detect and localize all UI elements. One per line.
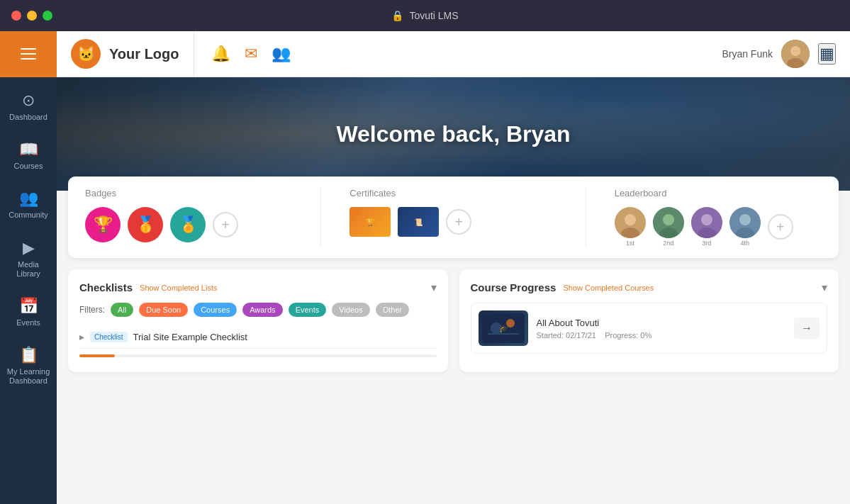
- rank-label: 4th: [740, 240, 749, 247]
- user-name: Bryan Funk: [722, 48, 773, 60]
- svg-point-1: [790, 46, 800, 56]
- add-leaderboard-button[interactable]: +: [768, 214, 793, 240]
- sidebar-item-label: Media Library: [6, 260, 51, 279]
- show-completed-courses-link[interactable]: Show Completed Courses: [563, 284, 654, 292]
- course-thumbnail: 🎓: [479, 310, 528, 346]
- svg-rect-18: [488, 333, 519, 335]
- content-area: ⊙ Dashboard 📖 Courses 👥 Community ▶ Medi…: [0, 77, 850, 504]
- course-item: 🎓 All About Tovuti Started: 02/17/21 Pro…: [471, 303, 828, 354]
- filter-other-button[interactable]: Other: [376, 303, 410, 317]
- course-progress: Progress: 0%: [605, 331, 652, 340]
- checklists-panel: Checklists Show Completed Lists ▾ Filter…: [68, 269, 448, 372]
- hero-banner: Welcome back, Bryan: [57, 77, 850, 191]
- badge-1[interactable]: 🏆: [85, 207, 121, 242]
- sidebar-item-label: Dashboard: [9, 113, 47, 122]
- svg-point-10: [701, 214, 712, 225]
- sidebar-item-label: Community: [9, 211, 48, 220]
- logo-text: Your Logo: [109, 46, 179, 62]
- checklist-item: ▸ Checklist Trial Site Example Checklist: [79, 325, 437, 349]
- hamburger-icon: [21, 48, 36, 60]
- badges-title: Badges: [85, 188, 292, 198]
- window-title: 🔒 Tovuti LMS: [391, 10, 458, 21]
- collapse-progress-icon[interactable]: ▾: [822, 281, 827, 294]
- events-icon: 📅: [19, 298, 38, 314]
- sidebar-item-label: Courses: [14, 162, 43, 171]
- sidebar-item-my-learning[interactable]: 📋 My Learning Dashboard: [0, 339, 57, 394]
- lock-icon: 🔒: [391, 10, 403, 21]
- minimize-button[interactable]: [27, 11, 37, 21]
- svg-point-13: [739, 214, 751, 225]
- leaderboard-2nd: 2nd: [653, 207, 684, 247]
- leaderboard-section: Leaderboard 1st 2nd: [615, 188, 822, 247]
- badges-section: Badges 🏆 🥇 🏅 +: [85, 188, 292, 247]
- add-certificate-button[interactable]: +: [446, 209, 471, 235]
- sidebar-item-dashboard[interactable]: ⊙ Dashboard: [0, 84, 57, 130]
- course-started: Started: 02/17/21: [537, 331, 596, 340]
- sidebar-item-media-library[interactable]: ▶ Media Library: [0, 232, 57, 287]
- user-avatar[interactable]: [781, 40, 810, 68]
- close-button[interactable]: [11, 11, 21, 21]
- course-meta: Started: 02/17/21 Progress: 0%: [537, 331, 786, 340]
- welcome-text: Welcome back, Bryan: [336, 121, 570, 147]
- certificates-items: 🏆 📜 +: [349, 207, 557, 237]
- cards-row: Badges 🏆 🥇 🏅 + Certificates 🏆 📜: [68, 177, 839, 258]
- grid-icon[interactable]: ▦: [818, 43, 836, 65]
- filter-due-soon-button[interactable]: Due Soon: [139, 303, 188, 317]
- add-badge-button[interactable]: +: [213, 212, 238, 237]
- collapse-checklists-icon[interactable]: ▾: [431, 281, 437, 294]
- mail-icon[interactable]: ✉: [245, 45, 257, 63]
- logo-icon: 🐱: [71, 39, 101, 69]
- filter-all-button[interactable]: All: [111, 303, 133, 317]
- svg-text:🎓: 🎓: [499, 324, 508, 333]
- course-progress-panel: Course Progress Show Completed Courses ▾…: [459, 269, 839, 372]
- bell-icon[interactable]: 🔔: [211, 45, 230, 63]
- filter-awards-button[interactable]: Awards: [242, 303, 282, 317]
- filters-label: Filters:: [79, 305, 105, 315]
- leaderboard-items: 1st 2nd 3rd: [615, 207, 822, 247]
- checklist-name: Trial Site Example Checklist: [133, 332, 247, 342]
- sidebar-item-label: Events: [16, 318, 40, 327]
- badge-2[interactable]: 🥇: [128, 207, 163, 242]
- hamburger-button[interactable]: [0, 31, 57, 77]
- nav-right: Bryan Funk ▦: [722, 40, 850, 68]
- users-icon[interactable]: 👥: [272, 45, 291, 63]
- nav-icons: 🔔 ✉ 👥: [194, 45, 308, 63]
- certificate-2[interactable]: 📜: [398, 207, 439, 237]
- bottom-section: Checklists Show Completed Lists ▾ Filter…: [57, 258, 850, 372]
- sidebar-item-courses[interactable]: 📖 Courses: [0, 133, 57, 179]
- course-info: All About Tovuti Started: 02/17/21 Progr…: [537, 318, 786, 340]
- top-nav: 🐱 Your Logo 🔔 ✉ 👥 Bryan Funk ▦: [0, 31, 850, 77]
- certificates-title: Certificates: [349, 188, 557, 198]
- sidebar-item-community[interactable]: 👥 Community: [0, 182, 57, 228]
- course-arrow-button[interactable]: →: [794, 318, 820, 339]
- logo-area: 🐱 Your Logo: [57, 31, 194, 77]
- certificates-section: Certificates 🏆 📜 +: [349, 188, 557, 247]
- badge-3[interactable]: 🏅: [170, 207, 206, 242]
- sidebar-item-label: My Learning Dashboard: [6, 367, 51, 386]
- filter-videos-button[interactable]: Videos: [332, 303, 369, 317]
- title-bar: 🔒 Tovuti LMS: [0, 0, 850, 31]
- course-title: All About Tovuti: [537, 318, 786, 328]
- sidebar-item-events[interactable]: 📅 Events: [0, 290, 57, 336]
- app-container: 🐱 Your Logo 🔔 ✉ 👥 Bryan Funk ▦ ⊙: [0, 31, 850, 504]
- main-panel: Welcome back, Bryan Badges 🏆 🥇 🏅 +: [57, 77, 850, 504]
- svg-point-7: [663, 214, 674, 225]
- progress-fill: [79, 354, 115, 357]
- certificate-1[interactable]: 🏆: [349, 207, 391, 237]
- checklists-header: Checklists Show Completed Lists ▾: [79, 281, 437, 294]
- rank-label: 3rd: [702, 240, 711, 247]
- filter-courses-button[interactable]: Courses: [194, 303, 237, 317]
- dashboard-icon: ⊙: [22, 93, 35, 108]
- show-completed-lists-link[interactable]: Show Completed Lists: [140, 284, 217, 292]
- leaderboard-4th: 4th: [729, 207, 761, 247]
- maximize-button[interactable]: [43, 11, 52, 21]
- svg-point-4: [625, 214, 636, 225]
- rank-label: 1st: [626, 240, 634, 247]
- learning-icon: 📋: [19, 347, 38, 363]
- leaderboard-title: Leaderboard: [615, 188, 822, 198]
- filter-events-button[interactable]: Events: [289, 303, 327, 317]
- filters-row: Filters: All Due Soon Courses Awards Eve…: [79, 303, 437, 317]
- traffic-lights: [11, 11, 52, 21]
- expand-checklist-icon[interactable]: ▸: [79, 331, 84, 342]
- community-icon: 👥: [19, 191, 38, 206]
